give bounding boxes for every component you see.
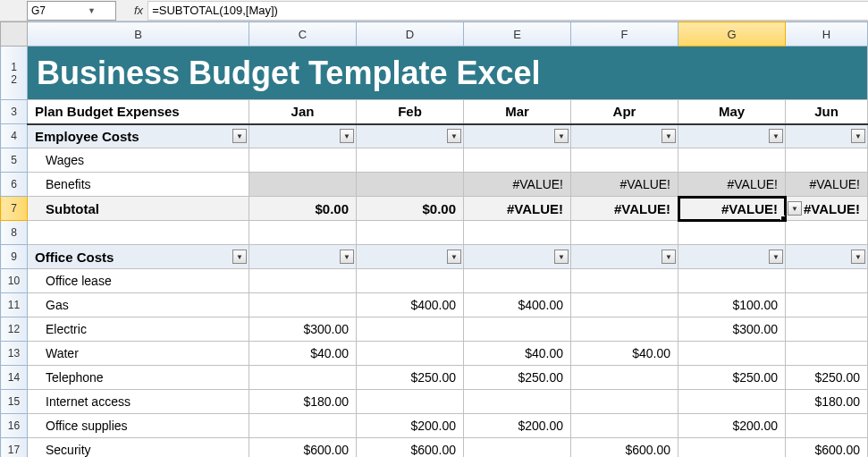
cell[interactable]: $180.00 — [249, 390, 357, 414]
header-may[interactable]: May — [678, 100, 786, 124]
row-head-1-2[interactable]: 1 2 — [1, 47, 28, 100]
filter-dropdown-icon[interactable]: ▼ — [662, 250, 676, 264]
row-label[interactable]: Wages — [28, 148, 249, 173]
cell[interactable] — [571, 366, 678, 390]
row-label[interactable]: Telephone — [28, 366, 249, 390]
row-label[interactable]: Gas — [28, 293, 249, 317]
cell[interactable] — [357, 173, 464, 197]
cell[interactable]: $40.00 — [249, 342, 357, 366]
cell[interactable]: $600.00 — [571, 438, 678, 458]
cell[interactable] — [249, 366, 357, 390]
cell[interactable] — [357, 221, 464, 245]
worksheet-grid[interactable]: B C D E F G H 1 2 Business Budget Templa… — [0, 21, 868, 457]
row-label[interactable]: Benefits — [28, 173, 249, 197]
header-mar[interactable]: Mar — [464, 100, 571, 124]
cell[interactable]: #VALUE! — [571, 173, 678, 197]
filter-dropdown-icon[interactable]: ▼ — [554, 250, 569, 264]
cell[interactable] — [571, 221, 678, 245]
filter-dropdown-icon[interactable]: ▼ — [447, 250, 461, 264]
cell[interactable]: ▼#VALUE! — [786, 197, 868, 221]
cell[interactable] — [249, 221, 357, 245]
cell[interactable]: $0.00 — [357, 197, 464, 221]
cell[interactable] — [786, 293, 868, 317]
cell[interactable] — [571, 317, 678, 342]
cell[interactable] — [571, 390, 678, 414]
cell[interactable] — [249, 173, 357, 197]
section-title-office[interactable]: Office Costs▼ — [28, 245, 249, 269]
cell[interactable]: $40.00 — [464, 342, 571, 366]
cell[interactable] — [249, 148, 357, 173]
row-head-14[interactable]: 14 — [1, 366, 28, 390]
section-title-employee[interactable]: Employee Costs▼ — [28, 124, 249, 148]
cell[interactable] — [678, 269, 786, 293]
cell[interactable] — [786, 269, 868, 293]
section-cell[interactable]: ▼ — [786, 124, 868, 148]
cell[interactable] — [249, 293, 357, 317]
cell[interactable]: $250.00 — [357, 366, 464, 390]
row-head-16[interactable]: 16 — [1, 414, 28, 438]
filter-dropdown-icon[interactable]: ▼ — [769, 129, 783, 143]
header-apr[interactable]: Apr — [571, 100, 678, 124]
subtotal-label[interactable]: Subtotal — [28, 197, 249, 221]
cell[interactable] — [249, 269, 357, 293]
name-box[interactable]: G7 ▼ — [27, 1, 116, 21]
cell[interactable]: $600.00 — [786, 438, 868, 458]
cell[interactable]: #VALUE! — [571, 197, 678, 221]
formula-input[interactable] — [148, 2, 868, 20]
cell[interactable] — [786, 221, 868, 245]
cell[interactable] — [571, 414, 678, 438]
row-label[interactable]: Office lease — [28, 269, 249, 293]
row-label[interactable]: Internet access — [28, 390, 249, 414]
section-cell[interactable]: ▼ — [357, 124, 464, 148]
cell[interactable]: $400.00 — [357, 293, 464, 317]
cell[interactable] — [464, 221, 571, 245]
row-head-15[interactable]: 15 — [1, 390, 28, 414]
header-jun[interactable]: Jun — [786, 100, 868, 124]
cell[interactable]: #VALUE! — [464, 173, 571, 197]
row-head-5[interactable]: 5 — [1, 148, 28, 173]
cell[interactable]: $200.00 — [464, 414, 571, 438]
cell[interactable] — [464, 269, 571, 293]
col-head-F[interactable]: F — [571, 22, 678, 47]
section-cell[interactable]: ▼ — [571, 124, 678, 148]
filter-dropdown-icon[interactable]: ▼ — [769, 250, 783, 264]
section-cell[interactable]: ▼ — [571, 245, 678, 269]
cell[interactable]: $40.00 — [571, 342, 678, 366]
cell[interactable]: $300.00 — [678, 317, 786, 342]
filter-dropdown-icon[interactable]: ▼ — [340, 129, 354, 143]
cell[interactable] — [571, 148, 678, 173]
cell[interactable]: #VALUE! — [678, 173, 786, 197]
cell[interactable]: $100.00 — [678, 293, 786, 317]
cell[interactable] — [571, 293, 678, 317]
cell[interactable] — [678, 221, 786, 245]
cell[interactable] — [786, 317, 868, 342]
row-head-11[interactable]: 11 — [1, 293, 28, 317]
cell[interactable]: $250.00 — [464, 366, 571, 390]
cell[interactable]: $600.00 — [357, 438, 464, 458]
page-title[interactable]: Business Budget Template Excel — [28, 47, 868, 100]
cell[interactable]: $200.00 — [357, 414, 464, 438]
row-label[interactable]: Security — [28, 438, 249, 458]
cell[interactable] — [786, 342, 868, 366]
section-cell[interactable]: ▼ — [678, 124, 786, 148]
cell[interactable] — [28, 221, 249, 245]
active-cell-G7[interactable]: #VALUE! — [678, 197, 786, 221]
row-head-4[interactable]: 4 — [1, 124, 28, 148]
cell[interactable]: #VALUE! — [464, 197, 571, 221]
row-head-13[interactable]: 13 — [1, 342, 28, 366]
section-cell[interactable]: ▼ — [464, 124, 571, 148]
col-head-D[interactable]: D — [357, 22, 464, 47]
fx-icon[interactable]: fx — [134, 4, 143, 17]
filter-dropdown-icon[interactable]: ▼ — [851, 129, 865, 143]
cell[interactable] — [464, 148, 571, 173]
cell[interactable] — [357, 342, 464, 366]
header-label[interactable]: Plan Budget Expenses — [28, 100, 249, 124]
cell[interactable] — [678, 342, 786, 366]
cell[interactable]: $0.00 — [249, 197, 357, 221]
cell[interactable]: $250.00 — [678, 366, 786, 390]
cell[interactable] — [786, 414, 868, 438]
filter-dropdown-icon[interactable]: ▼ — [554, 129, 569, 143]
section-cell[interactable]: ▼ — [786, 245, 868, 269]
name-box-dropdown-icon[interactable]: ▼ — [72, 6, 112, 15]
section-cell[interactable]: ▼ — [249, 245, 357, 269]
